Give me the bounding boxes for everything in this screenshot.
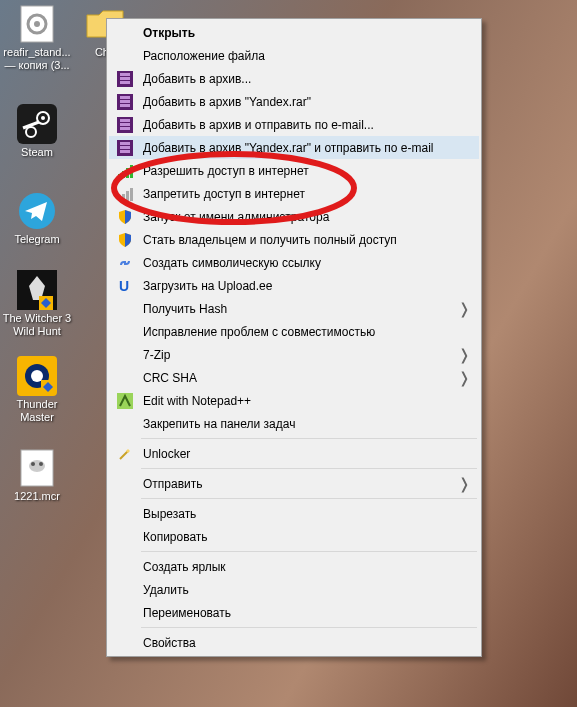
desktop-icon-label: Thunder Master — [1, 398, 73, 424]
blank-icon — [113, 322, 137, 342]
desktop-icon-reafir[interactable]: reafir_stand... — копия (3... — [0, 0, 74, 78]
menu-item-open[interactable]: Открыть — [109, 21, 479, 44]
rar-icon — [113, 138, 137, 158]
menu-item-label: Исправление проблем с совместимостью — [137, 325, 475, 339]
menu-item-compat[interactable]: Исправление проблем с совместимостью — [109, 320, 479, 343]
desktop-icon-telegram[interactable]: Telegram — [0, 187, 74, 252]
menu-item-notepadpp[interactable]: Edit with Notepad++ — [109, 389, 479, 412]
menu-separator — [141, 498, 477, 499]
desktop-icons-col1: reafir_stand... — копия (3... Steam Tele… — [0, 0, 74, 509]
menu-item-label: Расположение файла — [137, 49, 475, 63]
blank-icon — [113, 299, 137, 319]
svg-rect-35 — [122, 171, 125, 178]
npp-icon — [113, 391, 137, 411]
menu-item-unlocker[interactable]: Unlocker — [109, 442, 479, 465]
menu-item-add-yandex[interactable]: Добавить в архив "Yandex.rar" — [109, 90, 479, 113]
menu-item-upload-ee[interactable]: UЗагрузить на Upload.ee — [109, 274, 479, 297]
gear-file-icon — [17, 4, 57, 44]
rar-icon — [113, 115, 137, 135]
svg-rect-38 — [118, 197, 121, 201]
blank-icon — [113, 504, 137, 524]
menu-item-label: Запуск от имени администратора — [137, 210, 475, 224]
desktop-icon-steam[interactable]: Steam — [0, 100, 74, 165]
menu-item-label: Добавить в архив "Yandex.rar" и отправит… — [137, 141, 475, 155]
menu-item-label: Добавить в архив и отправить по e-mail..… — [137, 118, 475, 132]
desktop-icon-label: Telegram — [14, 233, 59, 246]
link-icon — [113, 253, 137, 273]
blank-icon — [113, 603, 137, 623]
blank-icon — [113, 414, 137, 434]
menu-item-rename[interactable]: Переименовать — [109, 601, 479, 624]
menu-item-label: Свойства — [137, 636, 475, 650]
menu-item-run-admin[interactable]: Запуск от имени администратора — [109, 205, 479, 228]
menu-item-label: Добавить в архив... — [137, 72, 475, 86]
svg-rect-36 — [126, 168, 129, 178]
svg-rect-27 — [120, 119, 130, 122]
menu-separator — [141, 468, 477, 469]
menu-item-label: Разрешить доступ в интернет — [137, 164, 475, 178]
svg-point-15 — [29, 460, 45, 472]
menu-item-label: Создать ярлык — [137, 560, 475, 574]
menu-item-label: Получить Hash — [137, 302, 458, 316]
menu-item-crc-sha[interactable]: CRC SHA❭ — [109, 366, 479, 389]
menu-item-take-ownership[interactable]: Стать владельцем и получить полный досту… — [109, 228, 479, 251]
net-green-icon — [113, 161, 137, 181]
menu-item-properties[interactable]: Свойства — [109, 631, 479, 654]
menu-item-archive-yandex-email[interactable]: Добавить в архив "Yandex.rar" и отправит… — [109, 136, 479, 159]
submenu-arrow-icon: ❭ — [458, 300, 475, 318]
menu-separator — [141, 438, 477, 439]
menu-item-allow-internet[interactable]: Разрешить доступ в интернет — [109, 159, 479, 182]
menu-item-label: Edit with Notepad++ — [137, 394, 475, 408]
menu-item-label: Переименовать — [137, 606, 475, 620]
svg-line-44 — [120, 451, 128, 459]
blank-icon — [113, 345, 137, 365]
menu-item-archive-email[interactable]: Добавить в архив и отправить по e-mail..… — [109, 113, 479, 136]
menu-item-send-to[interactable]: Отправить❭ — [109, 472, 479, 495]
menu-item-label: Запретить доступ в интернет — [137, 187, 475, 201]
menu-item-delete[interactable]: Удалить — [109, 578, 479, 601]
svg-rect-28 — [120, 123, 130, 126]
menu-item-get-hash[interactable]: Получить Hash❭ — [109, 297, 479, 320]
menu-item-label: Загрузить на Upload.ee — [137, 279, 475, 293]
desktop-icon-witcher[interactable]: The Witcher 3 Wild Hunt — [0, 266, 74, 344]
submenu-arrow-icon: ❭ — [458, 475, 475, 493]
svg-rect-34 — [118, 174, 121, 178]
menu-item-label: Закрепить на панели задач — [137, 417, 475, 431]
menu-item-label: Отправить — [137, 477, 458, 491]
blank-icon — [113, 46, 137, 66]
svg-rect-39 — [122, 194, 125, 201]
desktop-icon-thunder[interactable]: Thunder Master — [0, 352, 74, 430]
rar-icon — [113, 69, 137, 89]
menu-item-label: Unlocker — [137, 447, 475, 461]
menu-item-7zip[interactable]: 7-Zip❭ — [109, 343, 479, 366]
blank-icon — [113, 633, 137, 653]
svg-text:U: U — [119, 278, 129, 294]
menu-item-cut[interactable]: Вырезать — [109, 502, 479, 525]
menu-item-add-archive[interactable]: Добавить в архив... — [109, 67, 479, 90]
menu-item-symlink[interactable]: Создать символическую ссылку — [109, 251, 479, 274]
thunder-icon — [17, 356, 57, 396]
menu-item-file-location[interactable]: Расположение файла — [109, 44, 479, 67]
menu-item-create-shortcut[interactable]: Создать ярлык — [109, 555, 479, 578]
submenu-arrow-icon: ❭ — [458, 346, 475, 364]
svg-rect-23 — [120, 96, 130, 99]
desktop-icon-1221[interactable]: 1221.mcr — [0, 444, 74, 509]
mcr-file-icon — [17, 448, 57, 488]
shield-icon — [113, 230, 137, 250]
desktop-icon-label: Steam — [21, 146, 53, 159]
svg-rect-20 — [120, 77, 130, 80]
menu-item-label: Создать символическую ссылку — [137, 256, 475, 270]
menu-item-label: Открыть — [137, 26, 475, 40]
svg-rect-29 — [120, 127, 130, 130]
submenu-arrow-icon: ❭ — [458, 369, 475, 387]
menu-item-label: Добавить в архив "Yandex.rar" — [137, 95, 475, 109]
desktop-icon-label: The Witcher 3 Wild Hunt — [1, 312, 73, 338]
menu-item-deny-internet[interactable]: Запретить доступ в интернет — [109, 182, 479, 205]
menu-item-pin-taskbar[interactable]: Закрепить на панели задач — [109, 412, 479, 435]
blank-icon — [113, 557, 137, 577]
svg-rect-19 — [120, 73, 130, 76]
svg-rect-40 — [126, 191, 129, 201]
rar-icon — [113, 92, 137, 112]
menu-item-copy[interactable]: Копировать — [109, 525, 479, 548]
svg-point-5 — [41, 116, 45, 120]
